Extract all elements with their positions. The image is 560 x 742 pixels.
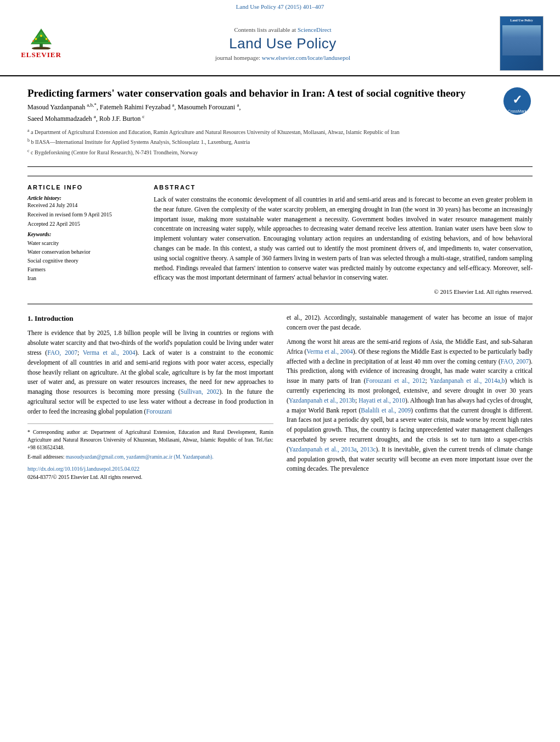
fao2007-cite-2[interactable]: FAO, 2007 <box>501 358 529 365</box>
journal-header: ELSEVIER Contents lists available at Sci… <box>0 12 560 76</box>
forouzani-cite-1[interactable]: Forouzani <box>146 408 172 415</box>
elsevier-tree-icon <box>25 27 58 49</box>
journal-homepage: journal homepage: www.elsevier.com/locat… <box>66 54 500 61</box>
yazdan2013a-cite[interactable]: Yazdanpanah et al., 2013a <box>289 446 357 453</box>
article-title-block: Predicting farmers' water conservation g… <box>27 86 502 161</box>
email-link[interactable]: masoudyazdan@gmail.com, yazdanm@ramin.ac… <box>66 454 214 460</box>
right-para-2: Among the worst hit areas are the semi-a… <box>287 337 533 474</box>
section-divider <box>27 304 533 304</box>
doi-link[interactable]: http://dx.doi.org/10.1016/j.landusepol.2… <box>27 466 139 472</box>
intro-heading: 1. Introduction <box>27 313 273 324</box>
accepted-date: Accepted 22 April 2015 <box>27 221 137 227</box>
affiliation-b: b b IIASA—International Institute for Ap… <box>27 137 491 146</box>
footnote-section: * Corresponding author at: Department of… <box>27 423 273 481</box>
journal-cover-image: Land Use Policy <box>500 16 544 71</box>
verma2004-cite[interactable]: Verma et al., 2004 <box>83 349 136 356</box>
svg-point-5 <box>46 38 48 40</box>
info-abstract-section: ARTICLE INFO Article history: Received 2… <box>27 176 533 295</box>
svg-text:✓: ✓ <box>512 93 522 107</box>
elsevier-logo: ELSEVIER <box>16 27 66 60</box>
crossmark-logo: ✓ CrossMark <box>502 86 533 119</box>
sullivan2002-cite[interactable]: Sullivan, 2002 <box>181 388 220 395</box>
body-text-section: 1. Introduction There is evidence that b… <box>27 313 533 481</box>
abstract-text: Lack of water constrains the economic de… <box>154 195 533 283</box>
balalili2009-cite[interactable]: Balalili et al., 2009 <box>361 407 411 414</box>
journal-volume-info: Land Use Policy 47 (2015) 401–407 <box>0 0 560 12</box>
svg-point-6 <box>40 35 42 37</box>
authors-line: Masoud Yazdanpanah a,b,*, Fatemeh Rahimi… <box>27 101 491 124</box>
cover-image-area <box>502 25 541 55</box>
crossmark-icon: ✓ CrossMark <box>502 86 533 116</box>
svg-point-4 <box>35 38 37 40</box>
article-title: Predicting farmers' water conservation g… <box>27 86 491 101</box>
page: Land Use Policy 47 (2015) 401–407 <box>0 0 560 742</box>
forouzani2012-cite[interactable]: Forouzani et al., 2012 <box>366 377 425 384</box>
yazdan2013c-cite[interactable]: 2013c <box>360 446 376 453</box>
article-content: Predicting farmers' water conservation g… <box>0 76 560 492</box>
hayati2010-cite[interactable]: Hayati et al., 2010 <box>359 397 405 404</box>
abstract-column: ABSTRACT Lack of water constrains the ec… <box>154 184 533 295</box>
keywords-label: Keywords: <box>27 231 137 237</box>
body-left-column: 1. Introduction There is evidence that b… <box>27 313 273 481</box>
body-right-column: et al., 2012). Accordingly, sustainable … <box>287 313 533 481</box>
right-para-1: et al., 2012). Accordingly, sustainable … <box>287 313 533 333</box>
journal-homepage-link[interactable]: www.elsevier.com/locate/landusepol <box>262 54 350 61</box>
yazdan2013b-cite[interactable]: Yazdanpanah et al., 2013b <box>289 397 355 404</box>
issn-line: 0264-8377/© 2015 Elsevier Ltd. All right… <box>27 473 273 481</box>
journal-title: Land Use Policy <box>66 35 500 52</box>
article-title-section: Predicting farmers' water conservation g… <box>27 86 533 167</box>
keyword-2: Water conservation behavior <box>27 248 137 256</box>
svg-point-8 <box>48 40 50 42</box>
doi-line: http://dx.doi.org/10.1016/j.landusepol.2… <box>27 465 273 473</box>
keyword-1: Water scarcity <box>27 239 137 248</box>
verma2004-cite-2[interactable]: Verma et al., 2004 <box>306 348 353 355</box>
contents-available-line: Contents lists available at ScienceDirec… <box>66 26 500 33</box>
affiliation-c: c c Bygdeforskning (Centre for Rural Res… <box>27 148 491 157</box>
journal-info-text: Land Use Policy 47 (2015) 401–407 <box>236 3 324 10</box>
article-history-label: Article history: <box>27 195 137 201</box>
revised-date: Received in revised form 9 April 2015 <box>27 211 137 217</box>
corresponding-author-note: * Corresponding author at: Department of… <box>27 428 273 452</box>
affiliation-a: a a Department of Agricultural Extension… <box>27 127 491 136</box>
article-info-column: ARTICLE INFO Article history: Received 2… <box>27 184 137 295</box>
article-info-label: ARTICLE INFO <box>27 184 137 191</box>
yazdan2014-cite[interactable]: Yazdanpanah et al., 2014a,b <box>430 377 505 384</box>
sciencedirect-link[interactable]: ScienceDirect <box>298 26 332 33</box>
received-date: Received 24 July 2014 <box>27 202 137 208</box>
cover-title-text: Land Use Policy <box>510 19 533 23</box>
intro-paragraph: There is evidence that by 2025, 1.8 bill… <box>27 328 273 416</box>
cover-photo-placeholder <box>502 25 541 55</box>
abstract-label: ABSTRACT <box>154 184 533 191</box>
keyword-5: Iran <box>27 274 137 283</box>
email-note: E-mail addresses: masoudyazdan@gmail.com… <box>27 453 273 461</box>
keyword-4: Farmers <box>27 265 137 274</box>
journal-center: Contents lists available at ScienceDirec… <box>66 26 500 61</box>
svg-text:CrossMark: CrossMark <box>508 109 527 113</box>
svg-point-7 <box>32 40 34 42</box>
keyword-3: Social cognitive theory <box>27 256 137 265</box>
copyright-line: © 2015 Elsevier Ltd. All rights reserved… <box>154 288 533 295</box>
elsevier-brand-text: ELSEVIER <box>21 51 61 59</box>
svg-point-9 <box>32 47 51 49</box>
affiliations-block: a a Department of Agricultural Extension… <box>27 127 491 157</box>
fao2007-cite[interactable]: FAO, 2007 <box>47 349 77 356</box>
